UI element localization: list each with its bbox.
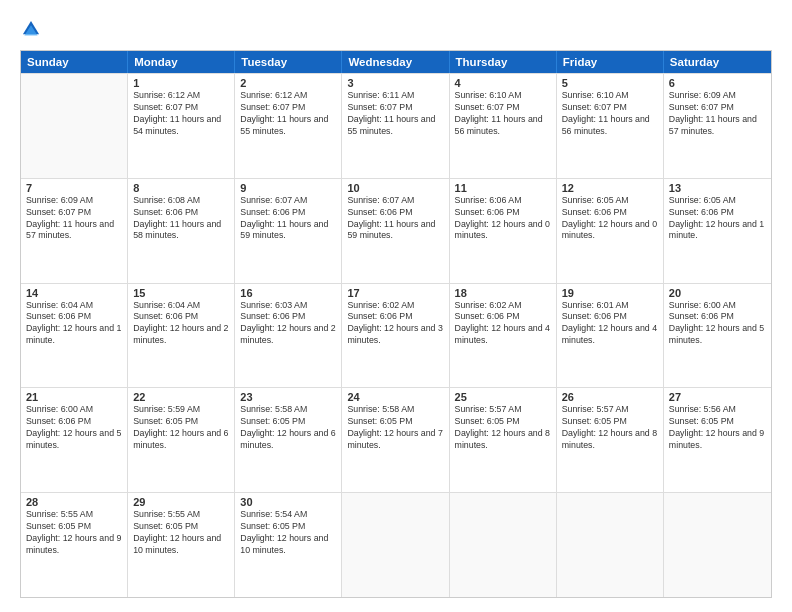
calendar-cell: 13Sunrise: 6:05 AMSunset: 6:06 PMDayligh… [664, 179, 771, 283]
day-number: 16 [240, 287, 336, 299]
day-number: 6 [669, 77, 766, 89]
calendar-cell: 1Sunrise: 6:12 AMSunset: 6:07 PMDaylight… [128, 74, 235, 178]
calendar-cell: 16Sunrise: 6:03 AMSunset: 6:06 PMDayligh… [235, 284, 342, 388]
cell-info: Sunrise: 5:56 AMSunset: 6:05 PMDaylight:… [669, 404, 766, 452]
calendar-cell: 26Sunrise: 5:57 AMSunset: 6:05 PMDayligh… [557, 388, 664, 492]
calendar-cell [21, 74, 128, 178]
logo-icon [20, 18, 42, 40]
calendar-cell: 22Sunrise: 5:59 AMSunset: 6:05 PMDayligh… [128, 388, 235, 492]
calendar-cell [342, 493, 449, 597]
calendar-cell: 18Sunrise: 6:02 AMSunset: 6:06 PMDayligh… [450, 284, 557, 388]
calendar-cell: 19Sunrise: 6:01 AMSunset: 6:06 PMDayligh… [557, 284, 664, 388]
day-number: 29 [133, 496, 229, 508]
day-number: 17 [347, 287, 443, 299]
day-number: 4 [455, 77, 551, 89]
calendar-row: 1Sunrise: 6:12 AMSunset: 6:07 PMDaylight… [21, 73, 771, 178]
day-number: 23 [240, 391, 336, 403]
calendar-cell: 25Sunrise: 5:57 AMSunset: 6:05 PMDayligh… [450, 388, 557, 492]
day-header-monday: Monday [128, 51, 235, 73]
day-number: 26 [562, 391, 658, 403]
cell-info: Sunrise: 6:03 AMSunset: 6:06 PMDaylight:… [240, 300, 336, 348]
cell-info: Sunrise: 6:01 AMSunset: 6:06 PMDaylight:… [562, 300, 658, 348]
cell-info: Sunrise: 6:08 AMSunset: 6:06 PMDaylight:… [133, 195, 229, 243]
day-number: 15 [133, 287, 229, 299]
calendar-cell: 27Sunrise: 5:56 AMSunset: 6:05 PMDayligh… [664, 388, 771, 492]
day-number: 20 [669, 287, 766, 299]
cell-info: Sunrise: 6:07 AMSunset: 6:06 PMDaylight:… [347, 195, 443, 243]
day-number: 27 [669, 391, 766, 403]
calendar-cell: 2Sunrise: 6:12 AMSunset: 6:07 PMDaylight… [235, 74, 342, 178]
calendar-cell [450, 493, 557, 597]
day-header-friday: Friday [557, 51, 664, 73]
calendar-cell: 7Sunrise: 6:09 AMSunset: 6:07 PMDaylight… [21, 179, 128, 283]
calendar-cell: 17Sunrise: 6:02 AMSunset: 6:06 PMDayligh… [342, 284, 449, 388]
day-number: 2 [240, 77, 336, 89]
calendar-cell: 20Sunrise: 6:00 AMSunset: 6:06 PMDayligh… [664, 284, 771, 388]
calendar-cell: 11Sunrise: 6:06 AMSunset: 6:06 PMDayligh… [450, 179, 557, 283]
day-header-tuesday: Tuesday [235, 51, 342, 73]
cell-info: Sunrise: 6:11 AMSunset: 6:07 PMDaylight:… [347, 90, 443, 138]
cell-info: Sunrise: 6:12 AMSunset: 6:07 PMDaylight:… [133, 90, 229, 138]
day-number: 21 [26, 391, 122, 403]
cell-info: Sunrise: 5:58 AMSunset: 6:05 PMDaylight:… [240, 404, 336, 452]
calendar-body: 1Sunrise: 6:12 AMSunset: 6:07 PMDaylight… [21, 73, 771, 597]
cell-info: Sunrise: 6:04 AMSunset: 6:06 PMDaylight:… [133, 300, 229, 348]
day-number: 1 [133, 77, 229, 89]
cell-info: Sunrise: 5:57 AMSunset: 6:05 PMDaylight:… [455, 404, 551, 452]
calendar-cell [664, 493, 771, 597]
day-number: 25 [455, 391, 551, 403]
page: SundayMondayTuesdayWednesdayThursdayFrid… [0, 0, 792, 612]
cell-info: Sunrise: 6:02 AMSunset: 6:06 PMDaylight:… [455, 300, 551, 348]
logo [20, 18, 44, 40]
day-number: 19 [562, 287, 658, 299]
day-number: 30 [240, 496, 336, 508]
day-number: 10 [347, 182, 443, 194]
day-header-saturday: Saturday [664, 51, 771, 73]
calendar-cell: 23Sunrise: 5:58 AMSunset: 6:05 PMDayligh… [235, 388, 342, 492]
day-number: 28 [26, 496, 122, 508]
day-number: 13 [669, 182, 766, 194]
calendar-cell: 6Sunrise: 6:09 AMSunset: 6:07 PMDaylight… [664, 74, 771, 178]
cell-info: Sunrise: 5:55 AMSunset: 6:05 PMDaylight:… [26, 509, 122, 557]
cell-info: Sunrise: 5:58 AMSunset: 6:05 PMDaylight:… [347, 404, 443, 452]
calendar-cell: 10Sunrise: 6:07 AMSunset: 6:06 PMDayligh… [342, 179, 449, 283]
day-number: 3 [347, 77, 443, 89]
calendar-cell: 5Sunrise: 6:10 AMSunset: 6:07 PMDaylight… [557, 74, 664, 178]
day-number: 22 [133, 391, 229, 403]
calendar-row: 7Sunrise: 6:09 AMSunset: 6:07 PMDaylight… [21, 178, 771, 283]
day-number: 24 [347, 391, 443, 403]
calendar-row: 28Sunrise: 5:55 AMSunset: 6:05 PMDayligh… [21, 492, 771, 597]
calendar-cell: 9Sunrise: 6:07 AMSunset: 6:06 PMDaylight… [235, 179, 342, 283]
calendar-cell: 21Sunrise: 6:00 AMSunset: 6:06 PMDayligh… [21, 388, 128, 492]
cell-info: Sunrise: 6:10 AMSunset: 6:07 PMDaylight:… [562, 90, 658, 138]
cell-info: Sunrise: 6:10 AMSunset: 6:07 PMDaylight:… [455, 90, 551, 138]
day-header-sunday: Sunday [21, 51, 128, 73]
calendar-header: SundayMondayTuesdayWednesdayThursdayFrid… [21, 51, 771, 73]
calendar-cell: 30Sunrise: 5:54 AMSunset: 6:05 PMDayligh… [235, 493, 342, 597]
calendar-cell: 24Sunrise: 5:58 AMSunset: 6:05 PMDayligh… [342, 388, 449, 492]
cell-info: Sunrise: 6:00 AMSunset: 6:06 PMDaylight:… [26, 404, 122, 452]
day-number: 5 [562, 77, 658, 89]
cell-info: Sunrise: 5:54 AMSunset: 6:05 PMDaylight:… [240, 509, 336, 557]
calendar-cell: 3Sunrise: 6:11 AMSunset: 6:07 PMDaylight… [342, 74, 449, 178]
cell-info: Sunrise: 5:59 AMSunset: 6:05 PMDaylight:… [133, 404, 229, 452]
calendar-cell: 28Sunrise: 5:55 AMSunset: 6:05 PMDayligh… [21, 493, 128, 597]
day-number: 14 [26, 287, 122, 299]
day-number: 9 [240, 182, 336, 194]
cell-info: Sunrise: 6:12 AMSunset: 6:07 PMDaylight:… [240, 90, 336, 138]
cell-info: Sunrise: 6:05 AMSunset: 6:06 PMDaylight:… [562, 195, 658, 243]
day-number: 8 [133, 182, 229, 194]
calendar-cell: 4Sunrise: 6:10 AMSunset: 6:07 PMDaylight… [450, 74, 557, 178]
calendar-cell: 15Sunrise: 6:04 AMSunset: 6:06 PMDayligh… [128, 284, 235, 388]
calendar-row: 14Sunrise: 6:04 AMSunset: 6:06 PMDayligh… [21, 283, 771, 388]
calendar: SundayMondayTuesdayWednesdayThursdayFrid… [20, 50, 772, 598]
cell-info: Sunrise: 6:09 AMSunset: 6:07 PMDaylight:… [669, 90, 766, 138]
day-header-wednesday: Wednesday [342, 51, 449, 73]
calendar-cell: 8Sunrise: 6:08 AMSunset: 6:06 PMDaylight… [128, 179, 235, 283]
day-header-thursday: Thursday [450, 51, 557, 73]
calendar-cell: 14Sunrise: 6:04 AMSunset: 6:06 PMDayligh… [21, 284, 128, 388]
calendar-cell [557, 493, 664, 597]
day-number: 7 [26, 182, 122, 194]
calendar-cell: 12Sunrise: 6:05 AMSunset: 6:06 PMDayligh… [557, 179, 664, 283]
cell-info: Sunrise: 6:07 AMSunset: 6:06 PMDaylight:… [240, 195, 336, 243]
